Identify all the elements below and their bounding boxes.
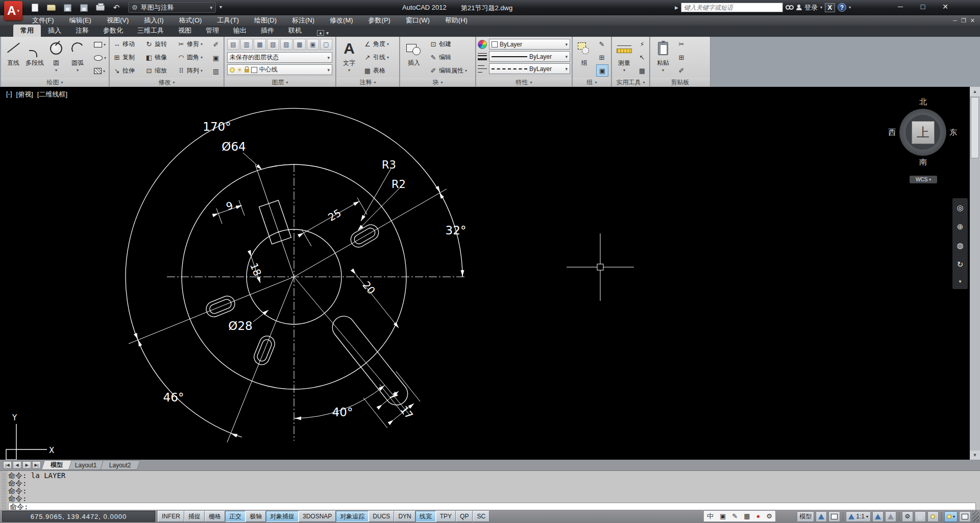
modify-tool-button[interactable]: ⠿ 阵列 ▾	[176, 64, 207, 77]
hatch-button[interactable]: ▾	[92, 65, 108, 77]
save-as-button[interactable]	[78, 2, 90, 13]
clean-screen-button[interactable]	[959, 511, 971, 522]
block-tool-button[interactable]: ✐ 编辑属性 ▾	[428, 64, 469, 77]
minimize-button[interactable]: ─	[892, 1, 909, 12]
viewcube-west-label[interactable]: 西	[888, 128, 896, 137]
modify-tool-button[interactable]: ↔ 移动	[111, 38, 143, 50]
panel-title-annotation[interactable]: 注释▾	[336, 78, 399, 87]
modify-tool-button[interactable]: ↘ 拉伸	[111, 64, 143, 77]
annotation-visibility-button[interactable]	[872, 511, 884, 522]
modify-tool-button[interactable]: ↻ 旋转	[143, 38, 175, 50]
draw-tool-button[interactable]: 圆 ▾	[45, 38, 67, 78]
offset-button[interactable]: ▥	[210, 65, 222, 77]
modify-tool-button[interactable]: ✂ 修剪 ▾	[176, 38, 207, 50]
save-button[interactable]	[61, 2, 74, 13]
quick-calc-button[interactable]: ▦	[636, 64, 648, 77]
workspace-dropdown[interactable]: ⚙ 草图与注释 ▾	[128, 2, 216, 13]
linetype-dropdown[interactable]: ByLayer ▾	[489, 63, 570, 74]
layer-tool-icon[interactable]: ▥	[240, 39, 253, 50]
ime-tool-icon[interactable]: ▣	[720, 512, 726, 520]
panel-title-clipboard[interactable]: 剪贴板	[650, 78, 710, 87]
scroll-up-icon[interactable]: ▲	[970, 87, 980, 96]
qat-overflow-button[interactable]: ▾	[219, 4, 222, 10]
ellipse-button[interactable]: ▾	[92, 52, 108, 64]
last-tab-button[interactable]: ▶|	[32, 461, 41, 469]
maximize-button[interactable]: □	[915, 1, 931, 12]
hardware-accel-button[interactable]	[927, 511, 939, 522]
help-dropdown-icon[interactable]: ▾	[849, 5, 851, 10]
rectangle-button[interactable]: ▾	[92, 38, 108, 51]
ime-settings-icon[interactable]: ⚙	[766, 512, 772, 520]
status-toggle-button[interactable]: INFER	[158, 511, 184, 522]
match-properties-button[interactable]: ✐	[676, 64, 687, 77]
status-toggle-button[interactable]: DUCS	[369, 511, 394, 522]
linetype-icon[interactable]	[478, 65, 487, 73]
panel-title-utilities[interactable]: 实用工具▾	[612, 78, 649, 87]
layer-tool-icon[interactable]: ▤	[227, 39, 239, 50]
copy-clip-button[interactable]: ⊞	[676, 51, 687, 63]
status-toggle-button[interactable]: TPY	[436, 511, 456, 522]
select-all-button[interactable]: ↖	[636, 51, 648, 63]
layer-tool-icon[interactable]: ▧	[267, 39, 279, 50]
status-toggle-button[interactable]: 对象捕捉	[266, 511, 299, 522]
search-expand-icon[interactable]: ▶	[675, 5, 678, 10]
annotation-tool-button[interactable]: ∠ 角度 ▾	[362, 38, 390, 50]
layout-quickview-button[interactable]	[816, 511, 827, 522]
annotation-scale-button[interactable]: 1:1 ▾	[846, 511, 871, 522]
paste-button[interactable]: 粘贴 ▾	[652, 38, 674, 78]
open-file-button[interactable]	[45, 2, 57, 13]
layer-state-dropdown[interactable]: 未保存的图层状态 ▾	[227, 52, 332, 63]
zoom-icon[interactable]: ◍	[957, 241, 963, 250]
layer-tool-icon[interactable]: ▦	[254, 39, 266, 50]
layer-dropdown[interactable]: ☀ 中心线 ▾	[227, 64, 332, 75]
lineweight-icon[interactable]	[478, 53, 487, 60]
sign-in-button[interactable]: 登录	[804, 3, 818, 12]
layer-tool-icon[interactable]: ▣	[307, 39, 319, 50]
vertical-scroll-thumb[interactable]	[971, 97, 979, 158]
block-tool-button[interactable]: ✎ 编辑	[428, 51, 469, 63]
layer-tool-icon[interactable]: ▢	[320, 39, 332, 50]
menu-item[interactable]: 参数(P)	[361, 15, 398, 26]
search-input[interactable]	[681, 3, 783, 12]
status-toggle-button[interactable]: 捕捉	[184, 511, 205, 522]
ime-mode-label[interactable]: 中	[707, 512, 714, 521]
viewcube-top-face[interactable]: 上	[912, 121, 935, 144]
lineweight-dropdown[interactable]: ByLayer ▾	[489, 51, 570, 62]
status-toggle-button[interactable]: DYN	[394, 511, 415, 522]
layer-tool-icon[interactable]: ▨	[280, 39, 292, 50]
menu-item[interactable]: 插入(I)	[136, 15, 171, 26]
color-wheel-icon[interactable]	[478, 40, 487, 49]
ribbon-tab[interactable]: 注释	[68, 25, 96, 37]
ribbon-tab[interactable]: 插入	[41, 25, 68, 37]
doc-restore-icon[interactable]: ❐	[961, 17, 966, 24]
group-edit-button[interactable]: ✎	[596, 38, 608, 50]
menu-item[interactable]: 帮助(H)	[437, 15, 475, 26]
group-add-remove-button[interactable]: ⊞	[596, 51, 608, 63]
modify-tool-button[interactable]: ◠ 圆角 ▾	[176, 51, 207, 63]
coordinate-readout[interactable]: 675.9065, 139.4472, 0.0000	[2, 511, 155, 522]
block-tool-button[interactable]: ⊡ 创建	[428, 38, 469, 50]
explode-button[interactable]: ▣	[210, 52, 222, 64]
panel-title-draw[interactable]: 绘图▾	[1, 78, 109, 87]
ribbon-tab[interactable]: 常用	[13, 25, 41, 37]
modify-tool-button[interactable]: ◧ 镜像	[143, 51, 175, 63]
pan-icon[interactable]: ⊕	[957, 222, 964, 231]
viewcube-north-label[interactable]: 北	[919, 97, 927, 107]
status-toggle-button[interactable]: SC	[473, 511, 489, 522]
cut-button[interactable]: ✂	[676, 38, 687, 50]
navbar-menu-icon[interactable]: ▾	[959, 279, 962, 284]
model-space-button[interactable]: 模型	[797, 511, 814, 522]
group-selection-toggle[interactable]: ▣	[596, 64, 608, 77]
draw-tool-button[interactable]: 直线	[3, 38, 24, 78]
text-button[interactable]: A 文字 ▾	[338, 38, 360, 78]
ribbon-tab[interactable]: 插件	[254, 25, 281, 37]
annotation-tool-button[interactable]: ↗ 引线 ▾	[362, 51, 390, 63]
status-toggle-button[interactable]: 线宽	[415, 511, 436, 522]
layout-tab[interactable]: 模型	[41, 460, 72, 470]
exchange-apps-button[interactable]: X	[825, 3, 835, 12]
ime-pencil-icon[interactable]: ✎	[732, 512, 738, 520]
help-button[interactable]: ?	[838, 3, 846, 12]
panel-title-properties[interactable]: 特性▾	[476, 78, 572, 87]
viewport-style-button[interactable]: [二维线框]	[37, 90, 67, 99]
menu-item[interactable]: 绘图(D)	[247, 15, 284, 26]
